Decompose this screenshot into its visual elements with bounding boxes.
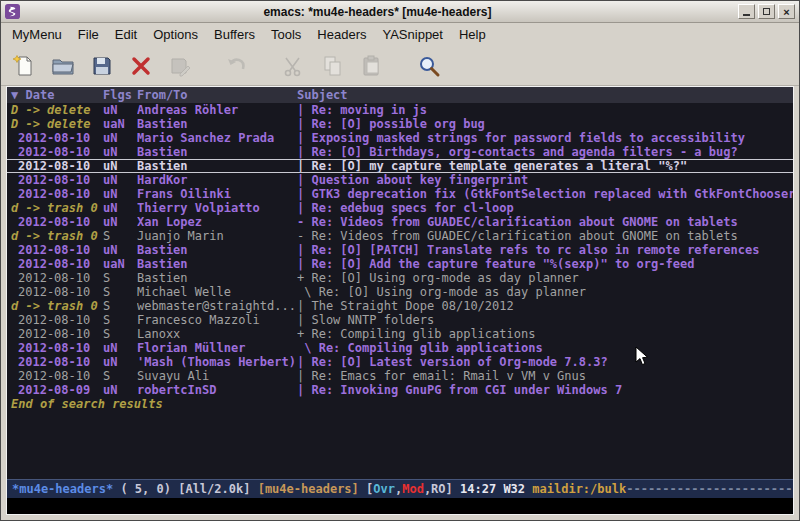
msg-date: 2012-08-10	[11, 271, 103, 285]
message-row[interactable]: 2012-08-10 uN Bastien | Re: [O] my captu…	[7, 159, 793, 173]
message-row[interactable]: 2012-08-10 S Suvayu Ali | Re: Emacs for …	[7, 369, 793, 383]
write-file-icon	[168, 54, 192, 78]
save-icon	[90, 54, 114, 78]
close-button[interactable]: ×	[778, 4, 795, 19]
msg-subject: | Slow NNTP folders	[297, 313, 793, 327]
msg-flags: S	[103, 313, 137, 327]
modeline-segment: ----------------------------------------	[626, 482, 793, 496]
menu-item-mymenu[interactable]: MyMenu	[4, 25, 70, 44]
menu-item-help[interactable]: Help	[451, 25, 494, 44]
open-file-icon	[51, 54, 75, 78]
menu-item-options[interactable]: Options	[145, 25, 206, 44]
cut-icon	[282, 54, 306, 78]
msg-from: HardKor	[137, 173, 297, 187]
message-row[interactable]: d -> trash 0 S Juanjo Marin - Re: Videos…	[7, 229, 793, 243]
kill-buffer-button[interactable]	[126, 51, 155, 80]
message-row[interactable]: 2012-08-10 S Bastien + Re: [O] Using org…	[7, 271, 793, 285]
message-row[interactable]: 2012-08-10 uN HardKor | Question about k…	[7, 173, 793, 187]
menu-item-file[interactable]: File	[70, 25, 107, 44]
msg-flags: uN	[103, 215, 137, 229]
msg-subject: + Re: Compiling glib applications	[297, 327, 793, 341]
msg-subject: | Re: [O] Add the capture feature "%(sex…	[297, 257, 793, 271]
menu-item-edit[interactable]: Edit	[107, 25, 145, 44]
msg-flags: uN	[103, 103, 137, 117]
message-row[interactable]: D -> delete uN Andreas Röhler | Re: movi…	[7, 103, 793, 117]
save-button[interactable]	[87, 51, 116, 80]
msg-from: Frans Oilinki	[137, 187, 297, 201]
msg-flags: uN	[103, 187, 137, 201]
msg-from: Francesco Mazzoli	[137, 313, 297, 327]
message-row[interactable]: 2012-08-10 S Francesco Mazzoli | Slow NN…	[7, 313, 793, 327]
column-header-date[interactable]: ▼ Date	[11, 87, 103, 103]
modeline-segment: [All/2.0k]	[178, 482, 257, 496]
modeline-segment: [	[359, 482, 373, 496]
message-row[interactable]: D -> delete uaN Bastien | Re: [O] possib…	[7, 117, 793, 131]
message-row[interactable]: 2012-08-10 uN 'Mash (Thomas Herbert) | R…	[7, 355, 793, 369]
msg-date: 2012-08-10	[11, 243, 103, 257]
msg-date: 2012-08-10	[11, 355, 103, 369]
msg-from: webmaster@straightd...	[137, 299, 297, 313]
msg-date: d -> trash 0	[11, 299, 103, 313]
msg-subject: + Re: [O] Using org-mode as day planner	[297, 271, 793, 285]
msg-from: Suvayu Ali	[137, 369, 297, 383]
open-file-button[interactable]	[48, 51, 77, 80]
mu4e-headers-buffer: ▼ Date Flgs From/To Subject D -> delete …	[6, 86, 794, 515]
message-row[interactable]: 2012-08-10 uN Florian Müllner \ Re: Comp…	[7, 341, 793, 355]
msg-from: Andreas Röhler	[137, 103, 297, 117]
message-row[interactable]: 2012-08-10 uN Bastien | Re: [O] Birthday…	[7, 145, 793, 159]
maximize-button[interactable]	[758, 4, 775, 19]
msg-subject: - Re: Videos from GUADEC/clarification a…	[297, 215, 793, 229]
toolbar	[1, 46, 799, 86]
msg-from: Lanoxx	[137, 327, 297, 341]
menu-item-tools[interactable]: Tools	[263, 25, 309, 44]
msg-date: 2012-08-10	[11, 327, 103, 341]
emacs-window: emacs: *mu4e-headers* [mu4e-headers] × M…	[0, 0, 800, 521]
msg-subject: | Question about key fingerprint	[297, 173, 793, 187]
msg-from: Bastien	[137, 243, 297, 257]
msg-subject: | Re: [O] [PATCH] Translate refs to rc a…	[297, 243, 793, 257]
message-row[interactable]: 2012-08-09 uN robertcInSD | Re: Invoking…	[7, 383, 793, 397]
msg-date: 2012-08-10	[11, 173, 103, 187]
msg-date: 2012-08-10	[11, 369, 103, 383]
new-file-button[interactable]	[9, 51, 38, 80]
message-row[interactable]: 2012-08-10 uN Frans Oilinki | GTK3 depre…	[7, 187, 793, 201]
msg-subject: | Re: edebug specs for cl-loop	[297, 201, 793, 215]
message-list: D -> delete uN Andreas Röhler | Re: movi…	[7, 103, 793, 397]
msg-flags: S	[103, 271, 137, 285]
modeline-segment: ,RO	[424, 482, 446, 496]
msg-subject: | Re: Emacs for email: Rmail v VM v Gnus	[297, 369, 793, 383]
message-row[interactable]: 2012-08-10 S Lanoxx + Re: Compiling glib…	[7, 327, 793, 341]
sort-descending-icon: ▼	[11, 88, 25, 102]
msg-from: Bastien	[137, 160, 297, 172]
message-row[interactable]: 2012-08-10 uaN Bastien | Re: [O] Add the…	[7, 257, 793, 271]
message-row[interactable]: d -> trash 0 uN Thierry Volpiatto | Re: …	[7, 201, 793, 215]
paste-button[interactable]	[357, 51, 386, 80]
msg-flags: uN	[103, 160, 137, 172]
modeline-segment: [mu4e-headers]	[258, 482, 359, 496]
search-button[interactable]	[414, 51, 443, 80]
modeline-segment: 14:27 W32	[460, 482, 532, 496]
message-row[interactable]: 2012-08-10 uN Xan Lopez - Re: Videos fro…	[7, 215, 793, 229]
msg-flags: S	[103, 369, 137, 383]
message-row[interactable]: 2012-08-10 S Michael Welle \ Re: [O] Usi…	[7, 285, 793, 299]
msg-from: 'Mash (Thomas Herbert)	[137, 355, 297, 369]
cut-button[interactable]	[279, 51, 308, 80]
message-row[interactable]: 2012-08-10 uN Mario Sanchez Prada | Expo…	[7, 131, 793, 145]
msg-date: 2012-08-10	[11, 187, 103, 201]
write-file-button[interactable]	[165, 51, 194, 80]
modeline-segment: Mod	[402, 482, 424, 496]
message-row[interactable]: 2012-08-10 uN Bastien | Re: [O] [PATCH] …	[7, 243, 793, 257]
column-header-from[interactable]: From/To	[137, 87, 297, 103]
menu-item-buffers[interactable]: Buffers	[206, 25, 263, 44]
undo-button[interactable]	[222, 51, 251, 80]
window-title: emacs: *mu4e-headers* [mu4e-headers]	[20, 5, 735, 19]
maximize-icon	[763, 8, 770, 15]
copy-button[interactable]	[318, 51, 347, 80]
minimize-button[interactable]	[738, 4, 755, 19]
message-row[interactable]: d -> trash 0 S webmaster@straightd... | …	[7, 299, 793, 313]
modeline-segment: Ovr	[373, 482, 395, 496]
column-header-subject[interactable]: Subject	[297, 87, 793, 103]
column-header-flags[interactable]: Flgs	[103, 87, 137, 103]
menu-item-headers[interactable]: Headers	[309, 25, 374, 44]
menu-item-yasnippet[interactable]: YASnippet	[374, 25, 450, 44]
